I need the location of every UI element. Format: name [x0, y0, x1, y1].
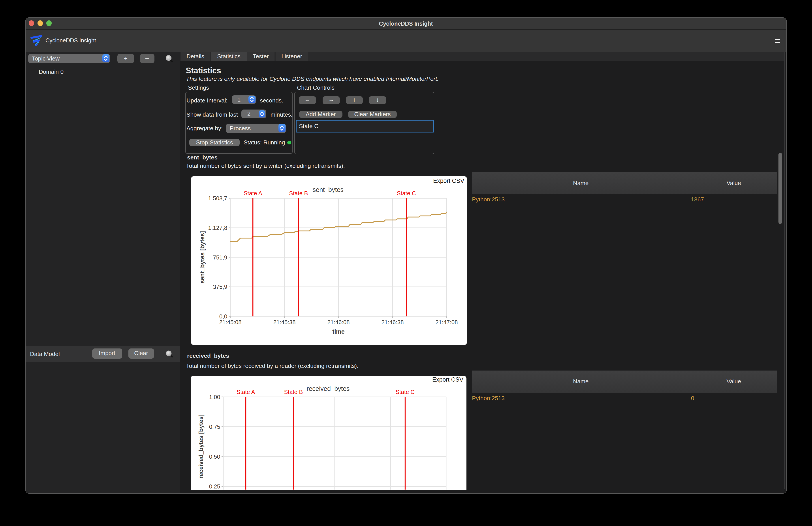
svg-text:21:47:08: 21:47:08	[435, 319, 458, 326]
svg-text:21:46:08: 21:46:08	[327, 319, 349, 326]
svg-text:received_bytes [bytes]: received_bytes [bytes]	[198, 414, 204, 479]
svg-text:1,00: 1,00	[209, 394, 220, 400]
svg-text:0,25: 0,25	[209, 483, 220, 489]
svg-text:Export CSV: Export CSV	[433, 177, 464, 184]
svg-text:time: time	[332, 328, 345, 335]
svg-text:State B: State B	[289, 190, 308, 197]
svg-text:sent_bytes [bytes]: sent_bytes [bytes]	[199, 231, 205, 284]
svg-text:State C: State C	[396, 389, 415, 395]
svg-text:State B: State B	[284, 389, 303, 395]
svg-text:State A: State A	[243, 190, 262, 197]
svg-text:1.503,7: 1.503,7	[208, 195, 227, 202]
svg-text:21:45:38: 21:45:38	[273, 319, 295, 326]
svg-text:State C: State C	[396, 190, 416, 197]
svg-text:received_bytes: received_bytes	[306, 385, 349, 392]
svg-text:751,9: 751,9	[213, 254, 227, 261]
svg-text:0,50: 0,50	[209, 453, 220, 460]
svg-text:375,9: 375,9	[213, 284, 227, 290]
svg-text:sent_bytes: sent_bytes	[313, 186, 343, 193]
svg-text:0,75: 0,75	[209, 424, 220, 430]
svg-text:0,0: 0,0	[219, 313, 227, 320]
svg-text:State A: State A	[236, 389, 255, 395]
svg-text:21:45:08: 21:45:08	[219, 319, 241, 326]
svg-text:Export CSV: Export CSV	[432, 376, 463, 383]
svg-text:21:46:38: 21:46:38	[381, 319, 403, 326]
svg-text:1.127,8: 1.127,8	[208, 225, 227, 231]
